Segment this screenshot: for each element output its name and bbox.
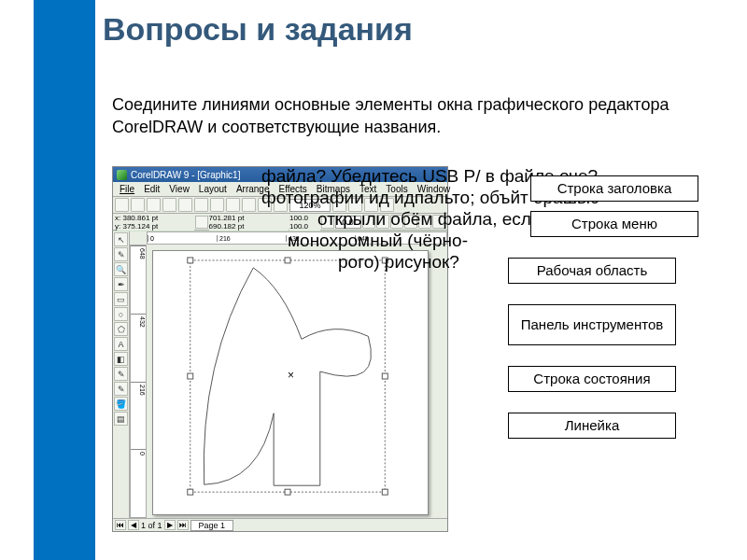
page-last[interactable]: ⏭ xyxy=(177,520,189,530)
tool-freehand[interactable]: ✒ xyxy=(114,277,128,291)
work-area: 0 216 432 648 648 432 216 0 xyxy=(130,231,447,518)
overlay-text-4: монохромный (чёрно- xyxy=(288,231,468,251)
tool-ellipse[interactable]: ○ xyxy=(114,307,128,321)
tool-pick[interactable]: ↖ xyxy=(114,232,128,246)
coord-wh: 701.281 pt690.182 pt xyxy=(209,214,289,231)
svg-rect-1 xyxy=(188,258,193,263)
btn-copy[interactable] xyxy=(194,198,208,212)
coord-pct: 100.0100.0 xyxy=(289,214,320,231)
label-menubar[interactable]: Строка меню xyxy=(530,211,698,237)
menu-layout[interactable]: Layout xyxy=(194,184,232,194)
svg-rect-8 xyxy=(382,489,388,495)
btn-print[interactable] xyxy=(162,198,176,212)
tool-text[interactable]: A xyxy=(114,337,128,351)
page-first[interactable]: ⏮ xyxy=(115,520,126,530)
tool-rect[interactable]: ▭ xyxy=(114,292,128,306)
page-title: Вопросы и задания xyxy=(103,11,413,48)
menu-file[interactable]: File xyxy=(115,184,139,194)
page-counter: 1 of 1 xyxy=(141,521,162,530)
spin-icon[interactable] xyxy=(195,216,207,229)
body-area: ↖ ✎ 🔍 ✒ ▭ ○ ⬠ A ◧ ✎ ✎ 🪣 ▤ 0 216 432 648 … xyxy=(113,231,447,518)
page-next[interactable]: ▶ xyxy=(164,520,176,530)
label-ruler[interactable]: Линейка xyxy=(508,413,676,439)
tool-eyedrop[interactable]: ✎ xyxy=(114,367,128,381)
page-prev[interactable]: ◀ xyxy=(128,520,139,530)
label-statusbar[interactable]: Строка состояния xyxy=(508,366,676,392)
vertical-ruler[interactable]: 648 432 216 0 xyxy=(130,245,147,518)
label-workarea[interactable]: Рабочая область xyxy=(508,258,676,284)
svg-rect-5 xyxy=(382,373,388,379)
tool-fill[interactable]: 🪣 xyxy=(114,397,128,411)
btn-open[interactable] xyxy=(131,198,145,212)
drawing: × xyxy=(153,251,428,514)
accent-bar xyxy=(34,0,95,560)
svg-rect-2 xyxy=(285,258,290,263)
page-tab[interactable]: Page 1 xyxy=(190,520,234,531)
app-icon xyxy=(117,170,127,180)
btn-save[interactable] xyxy=(147,198,161,212)
tool-outline[interactable]: ✎ xyxy=(114,382,128,396)
canvas[interactable]: × xyxy=(152,250,429,515)
btn-redo[interactable] xyxy=(242,198,256,212)
svg-rect-7 xyxy=(285,489,290,495)
menu-edit[interactable]: Edit xyxy=(139,184,164,194)
tool-shape[interactable]: ✎ xyxy=(114,247,128,261)
svg-text:×: × xyxy=(288,369,294,382)
svg-rect-4 xyxy=(188,373,193,379)
btn-paste[interactable] xyxy=(210,198,224,212)
btn-new[interactable] xyxy=(115,198,129,212)
tool-polygon[interactable]: ⬠ xyxy=(114,322,128,336)
window-title: CorelDRAW 9 - [Graphic1] xyxy=(131,170,240,180)
menu-view[interactable]: View xyxy=(164,184,194,194)
coord-xy: x: 380.861 pty: 375.124 pt xyxy=(115,214,194,231)
tool-fill-int[interactable]: ◧ xyxy=(114,352,128,366)
intro-text: Соедините линиями основные элементы окна… xyxy=(112,93,710,139)
btn-cut[interactable] xyxy=(178,198,192,212)
svg-rect-6 xyxy=(188,489,193,495)
btn-undo[interactable] xyxy=(226,198,240,212)
toolbox[interactable]: ↖ ✎ 🔍 ✒ ▭ ○ ⬠ A ◧ ✎ ✎ 🪣 ▤ xyxy=(113,231,130,518)
page-navigator[interactable]: ⏮ ◀ 1 of 1 ▶ ⏭ Page 1 xyxy=(113,518,447,531)
tool-zoom[interactable]: 🔍 xyxy=(114,262,128,276)
label-toolpanel[interactable]: Панель инструментов xyxy=(508,304,676,345)
label-titlebar[interactable]: Строка заголовка xyxy=(530,175,698,202)
overlay-text-5: рого) рисунок? xyxy=(338,252,459,273)
tool-interactive[interactable]: ▤ xyxy=(114,412,128,426)
